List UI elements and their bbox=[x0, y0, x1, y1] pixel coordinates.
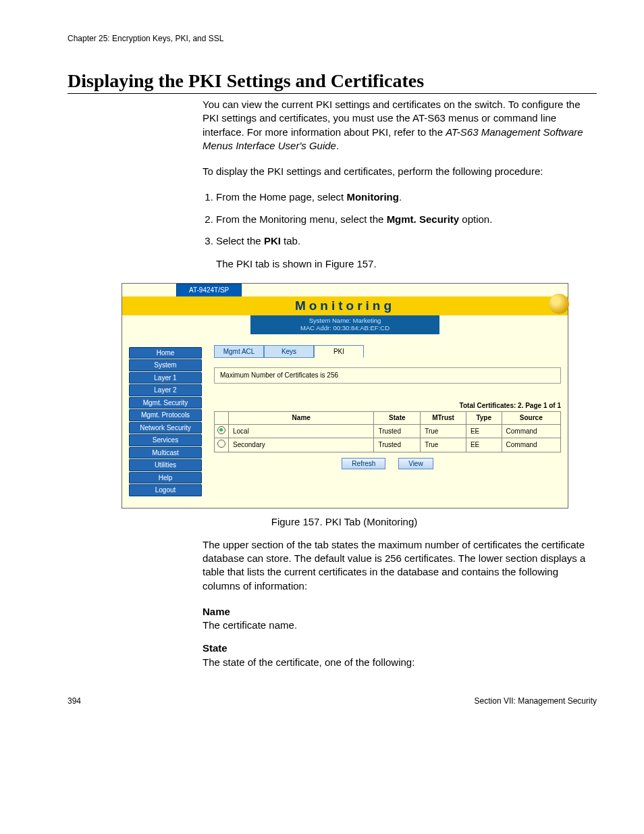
figure-pki-tab: AT-9424T/SP Monitoring System Name: Mark… bbox=[122, 283, 568, 508]
button-row: Refresh View bbox=[214, 458, 561, 470]
cell-type: EE bbox=[466, 438, 502, 452]
step-1c: . bbox=[399, 191, 402, 203]
step-3b: PKI bbox=[264, 235, 281, 246]
nav-logout[interactable]: Logout bbox=[129, 484, 202, 496]
nav-services[interactable]: Services bbox=[129, 434, 202, 446]
step-1a: From the Home page, select bbox=[216, 191, 346, 203]
globe-icon bbox=[549, 294, 569, 314]
cell-type: EE bbox=[466, 424, 502, 438]
def-state-term: State bbox=[203, 642, 597, 655]
monitoring-heading: Monitoring bbox=[295, 298, 395, 313]
cell-state: Trusted bbox=[374, 424, 421, 438]
step-3c: tab. bbox=[281, 235, 300, 246]
nav-layer1[interactable]: Layer 1 bbox=[129, 372, 202, 384]
intro-paragraph-1: You can view the current PKI settings an… bbox=[203, 98, 597, 153]
cell-mtrust: True bbox=[421, 438, 466, 452]
col-select bbox=[215, 412, 229, 425]
page-footer: 394 Section VII: Management Security bbox=[68, 696, 597, 706]
figure-caption: Figure 157. PKI Tab (Monitoring) bbox=[122, 515, 567, 529]
step-2: From the Monitoring menu, select the Mgm… bbox=[216, 213, 597, 226]
step-2c: option. bbox=[459, 213, 492, 225]
model-bar: AT-9424T/SP bbox=[122, 284, 568, 296]
step-3: Select the PKI tab. The PKI tab is shown… bbox=[216, 234, 597, 271]
nav-home[interactable]: Home bbox=[129, 347, 202, 359]
cell-name: Secondary bbox=[229, 438, 374, 452]
cell-name: Local bbox=[229, 424, 374, 438]
certificates-table: Name State MTrust Type Source Local Trus… bbox=[214, 411, 561, 452]
col-source: Source bbox=[502, 412, 560, 425]
refresh-button[interactable]: Refresh bbox=[342, 458, 385, 470]
row-radio[interactable] bbox=[217, 440, 225, 448]
col-state: State bbox=[374, 412, 421, 425]
cell-mtrust: True bbox=[421, 424, 466, 438]
step-2b: Mgmt. Security bbox=[387, 213, 460, 225]
nav-help[interactable]: Help bbox=[129, 472, 202, 484]
title-band: Monitoring bbox=[122, 296, 568, 315]
step-1: From the Home page, select Monitoring. bbox=[216, 190, 597, 204]
max-cert-box: Maximum Number of Certificates is 256 bbox=[214, 367, 561, 384]
total-certificates: Total Certificates: 2. Page 1 of 1 bbox=[214, 401, 561, 411]
table-header-row: Name State MTrust Type Source bbox=[215, 412, 561, 425]
def-name-term: Name bbox=[203, 605, 597, 619]
nav-multicast[interactable]: Multicast bbox=[129, 447, 202, 459]
nav-layer2[interactable]: Layer 2 bbox=[129, 384, 202, 396]
step-1b: Monitoring bbox=[346, 191, 398, 203]
nav-mgmt-security[interactable]: Mgmt. Security bbox=[129, 397, 202, 409]
cell-state: Trusted bbox=[374, 438, 421, 452]
nav-network-security[interactable]: Network Security bbox=[129, 422, 202, 434]
content-panel: Mgmt ACL Keys PKI Maximum Number of Cert… bbox=[214, 341, 561, 497]
tab-mgmt-acl[interactable]: Mgmt ACL bbox=[214, 345, 264, 359]
model-label: AT-9424T/SP bbox=[176, 284, 242, 296]
step-3a: Select the bbox=[216, 235, 264, 246]
step-2a: From the Monitoring menu, select the bbox=[216, 213, 387, 225]
col-name: Name bbox=[229, 412, 374, 425]
page-title: Displaying the PKI Settings and Certific… bbox=[68, 70, 597, 94]
procedure-steps: From the Home page, select Monitoring. F… bbox=[203, 190, 597, 271]
tab-keys[interactable]: Keys bbox=[264, 345, 314, 359]
cell-source: Command bbox=[502, 438, 560, 452]
cell-source: Command bbox=[502, 424, 560, 438]
def-state-desc: The state of the certificate, one of the… bbox=[203, 656, 597, 669]
table-row: Local Trusted True EE Command bbox=[215, 424, 561, 438]
after-figure-paragraph: The upper section of the tab states the … bbox=[203, 538, 597, 593]
chapter-header: Chapter 25: Encryption Keys, PKI, and SS… bbox=[68, 34, 597, 43]
nav-sidebar: Home System Layer 1 Layer 2 Mgmt. Securi… bbox=[129, 341, 202, 497]
tab-row: Mgmt ACL Keys PKI bbox=[214, 345, 561, 359]
nav-utilities[interactable]: Utilities bbox=[129, 459, 202, 471]
row-radio[interactable] bbox=[217, 426, 225, 434]
mac-address: MAC Addr: 00:30:84:AB:EF:CD bbox=[250, 324, 439, 332]
col-type: Type bbox=[466, 412, 502, 425]
table-row: Secondary Trusted True EE Command bbox=[215, 438, 561, 452]
col-mtrust: MTrust bbox=[421, 412, 466, 425]
step-3-after: The PKI tab is shown in Figure 157. bbox=[216, 257, 597, 271]
page-number: 394 bbox=[68, 696, 81, 706]
def-name-desc: The certificate name. bbox=[203, 619, 597, 632]
system-info: System Name: Marketing MAC Addr: 00:30:8… bbox=[250, 315, 439, 334]
tab-pki[interactable]: PKI bbox=[314, 345, 364, 359]
view-button[interactable]: View bbox=[398, 458, 433, 470]
section-label: Section VII: Management Security bbox=[475, 696, 597, 706]
intro-paragraph-2: To display the PKI settings and certific… bbox=[203, 165, 597, 178]
intro-text-1c: . bbox=[336, 140, 339, 151]
system-name: System Name: Marketing bbox=[250, 317, 439, 324]
nav-system[interactable]: System bbox=[129, 359, 202, 371]
nav-mgmt-protocols[interactable]: Mgmt. Protocols bbox=[129, 409, 202, 421]
